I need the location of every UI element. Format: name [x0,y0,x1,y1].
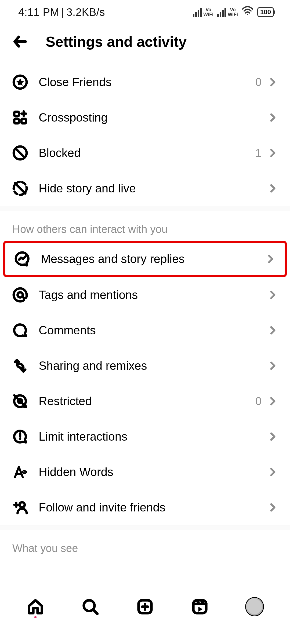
hidden-words-icon [12,464,28,480]
plus-square-icon [136,598,154,615]
chevron-right-icon [268,432,278,441]
device-frame: 4:11 PM | 3.2KB/s Vo WiFi Vo WiFi 100 [0,0,290,644]
row-tags-mentions[interactable]: Tags and mentions [0,277,290,313]
chevron-right-icon [268,325,278,335]
nav-home[interactable] [26,597,45,616]
back-arrow-icon [12,34,28,50]
row-hidden-words[interactable]: Hidden Words [0,454,290,490]
reels-icon [191,598,208,615]
row-comments[interactable]: Comments [0,313,290,348]
messenger-icon [15,251,30,267]
comment-icon [12,323,28,338]
svg-rect-3 [14,119,19,123]
chevron-right-icon [268,113,278,122]
row-crossposting[interactable]: Crossposting [0,100,290,135]
nav-create[interactable] [136,597,154,616]
chevron-right-icon [268,148,278,158]
row-label: Hidden Words [39,465,268,479]
hide-story-icon [12,181,28,196]
restricted-icon [12,393,28,409]
row-close-friends[interactable]: Close Friends 0 [0,64,290,100]
row-hide-story[interactable]: Hide story and live [0,171,290,206]
back-button[interactable] [11,32,30,51]
wifi-icon [242,5,253,19]
sharing-icon [12,358,28,374]
nav-reels[interactable] [190,597,209,616]
svg-rect-2 [14,112,19,116]
chevron-right-icon [268,184,278,193]
row-label: Limit interactions [39,430,268,443]
row-messages-story-replies[interactable]: Messages and story replies [3,241,287,277]
settings-list: Close Friends 0 Crossposting Blocked 1 H… [0,64,290,585]
chevron-right-icon [266,254,276,264]
status-separator: | [61,6,64,18]
row-label: Crossposting [39,111,268,124]
chevron-right-icon [268,290,278,300]
chevron-right-icon [268,361,278,371]
row-label: Tags and mentions [39,288,268,302]
signal-1: Vo WiFi [193,7,213,17]
status-bar: 4:11 PM | 3.2KB/s Vo WiFi Vo WiFi 100 [0,0,290,24]
page-title: Settings and activity [46,33,187,50]
row-value: 0 [255,76,262,89]
section-divider [0,525,290,530]
section-divider [0,206,290,211]
chevron-right-icon [268,396,278,406]
row-label: Follow and invite friends [39,501,268,514]
blocked-icon [12,145,28,161]
svg-rect-13 [193,600,206,613]
system-nav-area [0,628,290,644]
row-follow-invite[interactable]: Follow and invite friends [0,490,290,525]
row-value: 1 [255,147,262,159]
signal-bars-icon [217,8,226,17]
limit-icon [12,429,28,444]
row-label: Hide story and live [39,182,268,195]
status-left: 4:11 PM | 3.2KB/s [18,6,105,18]
battery-icon: 100 [257,7,274,17]
vowifi-label-2: Vo WiFi [228,7,238,17]
follow-invite-icon [12,500,28,515]
chevron-right-icon [268,503,278,512]
row-label: Restricted [39,394,255,408]
svg-point-0 [247,14,248,15]
at-icon [12,287,28,303]
chevron-right-icon [268,77,278,87]
status-speed: 3.2KB/s [66,6,105,18]
crosspost-icon [12,110,28,125]
row-sharing-remixes[interactable]: Sharing and remixes [0,348,290,383]
status-time: 4:11 PM [18,6,59,18]
star-circle-icon [12,74,28,90]
page-header: Settings and activity [0,24,290,64]
nav-profile[interactable] [245,597,264,616]
signal-2: Vo WiFi [217,7,238,17]
section-header-interact: How others can interact with you [0,211,290,241]
signal-bars-icon [193,8,202,17]
row-label: Messages and story replies [41,252,266,266]
battery-level: 100 [260,8,271,16]
svg-point-9 [24,471,25,473]
status-right: Vo WiFi Vo WiFi 100 [193,5,274,19]
row-label: Comments [39,324,268,337]
row-label: Blocked [39,146,255,160]
chevron-right-icon [268,467,278,477]
vowifi-label-1: Vo WiFi [203,7,213,17]
row-label: Sharing and remixes [39,359,268,372]
profile-avatar-icon [245,597,264,616]
svg-point-10 [20,502,25,507]
nav-search[interactable] [81,597,100,616]
row-label: Close Friends [39,75,255,89]
home-icon [27,598,44,615]
row-limit-interactions[interactable]: Limit interactions [0,419,290,454]
row-value: 0 [255,395,262,408]
bottom-nav [0,585,290,628]
svg-rect-4 [21,119,26,123]
row-restricted[interactable]: Restricted 0 [0,383,290,419]
section-header-whatyousee: What you see [0,530,290,560]
search-icon [82,598,99,615]
row-blocked[interactable]: Blocked 1 [0,135,290,171]
